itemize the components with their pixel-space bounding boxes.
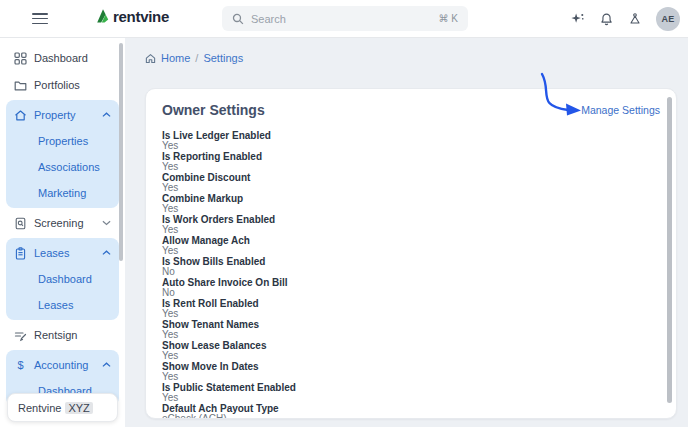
setting-row: Is Show Bills EnabledNo [162, 256, 660, 277]
search-input[interactable]: Search ⌘ K [222, 6, 468, 31]
house-icon [14, 109, 27, 122]
sidebar-item-label: Property [34, 109, 76, 121]
topbar-actions: AE [569, 0, 680, 38]
setting-row: Show Move In DatesYes [162, 361, 660, 382]
signature-icon [14, 329, 27, 342]
setting-label: Is Show Bills Enabled [162, 256, 660, 267]
logo-text: rentvine [113, 8, 169, 25]
settings-list: Is Live Ledger EnabledYes Is Reporting E… [146, 118, 676, 419]
sidebar-item-label: Rentsign [34, 329, 77, 341]
avatar[interactable]: AE [656, 7, 680, 31]
sidebar-item-label: Dashboard [34, 52, 88, 64]
menu-icon[interactable] [32, 13, 48, 25]
setting-row: Is Work Orders EnabledYes [162, 214, 660, 235]
chevron-up-icon [102, 112, 111, 118]
setting-row: Default Ach Payout TypeeCheck (ACH) [162, 403, 660, 419]
search-placeholder: Search [251, 13, 432, 25]
folder-icon [14, 79, 27, 92]
setting-value: Yes [162, 330, 660, 340]
sidebar-scrollbar[interactable] [119, 43, 123, 261]
sidebar-item-properties[interactable]: Properties [6, 128, 119, 154]
sidebar-item-leases[interactable]: Leases [6, 240, 119, 266]
sidebar-item-label: Screening [34, 217, 84, 229]
setting-value: Yes [162, 204, 660, 214]
setting-label: Show Tenant Names [162, 319, 660, 330]
setting-value: Yes [162, 309, 660, 319]
breadcrumb-current[interactable]: Settings [203, 52, 243, 64]
setting-row: Is Public Statement EnabledYes [162, 382, 660, 403]
setting-value: Yes [162, 183, 660, 193]
sidebar: Dashboard Portfolios [0, 38, 125, 427]
main-content: Home / Settings Owner Settings Manage Se… [125, 38, 688, 427]
sidebar-group-leases: Leases Dashboard Leases [6, 238, 119, 320]
setting-row: Combine DiscountYes [162, 172, 660, 193]
manage-settings-link[interactable]: Manage Settings [581, 104, 660, 116]
setting-label: Auto Share Invoice On Bill [162, 277, 660, 288]
app-window: rentvine Search ⌘ K [0, 0, 688, 427]
clipboard-icon [14, 247, 27, 260]
sidebar-item-label: Portfolios [34, 79, 80, 91]
setting-row: Is Live Ledger EnabledYes [162, 130, 660, 151]
document-search-icon [14, 217, 27, 230]
breadcrumb-home-link[interactable]: Home [161, 52, 190, 64]
search-shortcut: ⌘ K [439, 13, 458, 24]
setting-label: Is Reporting Enabled [162, 151, 660, 162]
sidebar-item-accounting[interactable]: $ Accounting [6, 352, 119, 378]
sidebar-item-property[interactable]: Property [6, 102, 119, 128]
setting-value: No [162, 267, 660, 277]
setting-label: Is Work Orders Enabled [162, 214, 660, 225]
setting-row: Show Lease BalancesYes [162, 340, 660, 361]
sidebar-item-marketing[interactable]: Marketing [6, 180, 119, 206]
sidebar-item-label: Accounting [34, 359, 88, 371]
setting-value: eCheck (ACH) [162, 414, 660, 419]
sidebar-item-portfolios[interactable]: Portfolios [6, 72, 119, 98]
setting-value: Yes [162, 162, 660, 172]
setting-label: Show Lease Balances [162, 340, 660, 351]
sidebar-item-associations[interactable]: Associations [6, 154, 119, 180]
home-icon[interactable] [145, 53, 156, 64]
notifications-bell-icon[interactable] [598, 11, 614, 27]
setting-label: Allow Manage Ach [162, 235, 660, 246]
setting-value: Yes [162, 246, 660, 256]
sidebar-item-rentsign[interactable]: Rentsign [6, 322, 119, 348]
search-icon [232, 13, 244, 25]
setting-label: Show Move In Dates [162, 361, 660, 372]
sidebar-item-label: Leases [34, 247, 69, 259]
grid-icon [14, 52, 27, 65]
chevron-down-icon [102, 220, 111, 226]
setting-value: Yes [162, 141, 660, 151]
chevron-up-icon [102, 250, 111, 256]
sidebar-item-leases-leases[interactable]: Leases [6, 292, 119, 318]
setting-row: Combine MarkupYes [162, 193, 660, 214]
sidebar-item-dashboard[interactable]: Dashboard [6, 45, 119, 71]
workspace-name: Rentvine [18, 402, 61, 414]
sidebar-item-screening[interactable]: Screening [6, 210, 119, 236]
card-scrollbar[interactable] [667, 97, 672, 403]
setting-row: Is Rent Roll EnabledYes [162, 298, 660, 319]
workspace-tag: XYZ [65, 402, 92, 414]
card-title: Owner Settings [162, 102, 265, 118]
setting-label: Is Public Statement Enabled [162, 382, 660, 393]
rentvine-logo-mark [95, 8, 110, 25]
breadcrumb: Home / Settings [125, 38, 688, 64]
chevron-up-icon [102, 362, 111, 368]
owner-settings-card: Owner Settings Manage Settings Is Live L… [145, 88, 677, 419]
setting-row: Allow Manage AchYes [162, 235, 660, 256]
setting-label: Default Ach Payout Type [162, 403, 660, 414]
setting-row: Show Tenant NamesYes [162, 319, 660, 340]
setting-label: Combine Markup [162, 193, 660, 204]
setting-value: Yes [162, 372, 660, 382]
setting-value: Yes [162, 393, 660, 403]
announcements-icon[interactable] [627, 11, 643, 27]
sidebar-group-property: Property Properties Associations Marketi… [6, 100, 119, 208]
rentvine-logo[interactable]: rentvine [95, 8, 169, 25]
setting-value: No [162, 288, 660, 298]
setting-label: Is Rent Roll Enabled [162, 298, 660, 309]
ai-sparkle-icon[interactable] [569, 11, 585, 27]
dollar-icon: $ [14, 359, 27, 372]
workspace-switcher[interactable]: Rentvine XYZ [7, 393, 118, 422]
sidebar-item-leases-dashboard[interactable]: Dashboard [6, 266, 119, 292]
breadcrumb-separator: / [195, 52, 198, 64]
setting-value: Yes [162, 225, 660, 235]
setting-row: Auto Share Invoice On BillNo [162, 277, 660, 298]
